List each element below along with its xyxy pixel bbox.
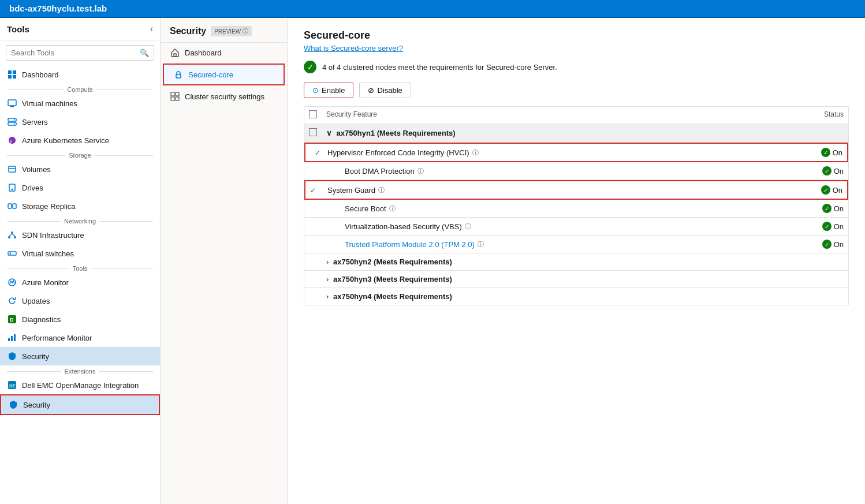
sidebar-item-drives[interactable]: Drives: [0, 178, 160, 197]
group-row-ax750hyn1[interactable]: ∨ ax750hyn1 (Meets Requirements): [304, 124, 848, 143]
svg-point-21: [14, 236, 16, 238]
system-guard-info-icon[interactable]: ⓘ: [378, 186, 385, 195]
sidebar-item-label-storage-replica: Storage Replica: [22, 202, 76, 211]
group-row-ax750hyn2[interactable]: › ax750hyn2 (Meets Requirements): [304, 253, 848, 271]
svg-text:D: D: [10, 317, 14, 323]
status-label-vbs: On: [834, 222, 844, 231]
boot-dma-info-icon[interactable]: ⓘ: [417, 167, 424, 176]
middle-nav-item-secured-core[interactable]: Secured-core: [163, 64, 285, 85]
tpm-info-icon[interactable]: ⓘ: [478, 240, 484, 249]
svg-point-15: [12, 189, 13, 191]
status-label-secure-boot: On: [834, 204, 844, 213]
storage-replica-icon: [7, 201, 17, 211]
svg-point-8: [14, 120, 15, 121]
feature-status-boot-dma: ✓ On: [774, 166, 844, 176]
sidebar-item-security[interactable]: Security: [0, 347, 160, 365]
status-text: 4 of 4 clustered nodes meet the requirem…: [322, 63, 557, 72]
sidebar-title: Tools: [7, 24, 29, 34]
table-header: Security Feature Status: [304, 107, 848, 124]
sidebar-item-azure-monitor[interactable]: Azure Monitor: [0, 273, 160, 292]
updates-icon: [7, 296, 17, 306]
group-label-ax750hyn1: ∨ ax750hyn1 (Meets Requirements): [326, 129, 774, 137]
preview-info-icon: ⓘ: [243, 27, 248, 35]
sidebar-item-storage-replica[interactable]: Storage Replica: [0, 197, 160, 215]
feature-name-boot-dma: Boot DMA Protection ⓘ: [345, 167, 774, 176]
sidebar-item-label-updates: Updates: [22, 297, 50, 305]
secured-core-link[interactable]: What is Secured-core server?: [304, 44, 403, 53]
header-checkbox[interactable]: [309, 110, 317, 118]
secure-boot-info-icon[interactable]: ⓘ: [389, 204, 396, 213]
svg-rect-4: [8, 100, 16, 106]
group-chevron-ax750hyn1: ∨: [326, 129, 332, 137]
svg-rect-37: [176, 92, 179, 96]
svg-point-20: [8, 236, 10, 238]
status-dot-boot-dma: ✓: [822, 166, 832, 176]
group-row-ax750hyn4[interactable]: › ax750hyn4 (Meets Requirements): [304, 288, 848, 305]
sidebar-item-performance-monitor[interactable]: Performance Monitor: [0, 328, 160, 347]
feature-name-secure-boot: Secure Boot ⓘ: [345, 204, 774, 213]
status-label-boot-dma: On: [834, 167, 844, 176]
sidebar-header: Tools ‹: [0, 18, 160, 40]
dell-emc-icon: DE: [7, 380, 17, 390]
svg-point-9: [14, 124, 15, 125]
sidebar-item-dell-emc[interactable]: DE Dell EMC OpenManage Integration: [0, 376, 160, 394]
sidebar-item-dashboard[interactable]: Dashboard: [0, 65, 160, 84]
sidebar-item-virtual-switches[interactable]: Virtual switches: [0, 244, 160, 263]
virtual-switches-icon: [7, 248, 17, 259]
disable-button[interactable]: ⊘ Disable: [359, 83, 411, 98]
sidebar-item-label-volumes: Volumes: [22, 165, 51, 174]
enable-button[interactable]: ⊙ Enable: [304, 83, 353, 98]
preview-badge: PREVIEW ⓘ: [211, 26, 252, 36]
feature-row-secure-boot: Secure Boot ⓘ ✓ On: [304, 200, 848, 218]
sidebar-item-label-virtual-switches: Virtual switches: [22, 249, 74, 258]
sidebar-item-diagnostics[interactable]: D Diagnostics: [0, 310, 160, 328]
feature-row-vbs: Virtualization-based Security (VBS) ⓘ ✓ …: [304, 218, 848, 236]
svg-line-22: [9, 234, 12, 236]
security2-icon: [8, 400, 18, 410]
svg-text:DE: DE: [9, 383, 16, 389]
feature-status-hvci: ✓ On: [773, 148, 842, 157]
status-label-hvci: On: [833, 148, 842, 157]
status-label-system-guard: On: [833, 186, 842, 195]
sidebar-item-label-virtual-machines: Virtual machines: [22, 99, 77, 108]
sidebar-collapse-button[interactable]: ‹: [150, 24, 153, 34]
sidebar-item-label-security: Security: [22, 352, 49, 361]
group-label-ax750hyn3: › ax750hyn3 (Meets Requirements): [326, 275, 774, 283]
sidebar-item-azure-kubernetes[interactable]: k Azure Kubernetes Service: [0, 131, 160, 150]
status-dot-tpm: ✓: [822, 240, 832, 249]
sidebar-item-sdn[interactable]: SDN Infrastructure: [0, 226, 160, 244]
search-box: 🔍: [6, 45, 154, 61]
azure-kubernetes-icon: k: [7, 135, 17, 145]
sidebar-item-updates[interactable]: Updates: [0, 292, 160, 310]
sidebar-item-label-sdn: SDN Infrastructure: [22, 231, 84, 240]
middle-nav-item-cluster-security[interactable]: Cluster security settings: [161, 87, 287, 106]
search-input[interactable]: [6, 46, 135, 60]
feature-row-tpm: Trusted Platform Module 2.0 (TPM 2.0) ⓘ …: [304, 236, 848, 253]
group-chevron-ax750hyn4: ›: [326, 292, 329, 301]
svg-rect-31: [14, 334, 16, 341]
section-label-tools: Tools: [0, 263, 160, 273]
section-label-compute: Compute: [0, 84, 160, 94]
svg-rect-5: [10, 106, 14, 107]
sidebar-item-label-security2: Security: [23, 401, 50, 409]
servers-icon: [7, 117, 17, 127]
svg-rect-39: [176, 97, 179, 100]
svg-rect-0: [8, 70, 12, 74]
group-chevron-ax750hyn2: ›: [326, 257, 329, 266]
group-checkbox-ax750hyn1[interactable]: [309, 128, 317, 136]
hvci-info-icon[interactable]: ⓘ: [472, 148, 479, 157]
sidebar-item-volumes[interactable]: Volumes: [0, 160, 160, 178]
security-icon: [7, 351, 17, 361]
sdn-icon: [7, 230, 17, 240]
disable-label: Disable: [377, 86, 402, 95]
group-chevron-ax750hyn3: ›: [326, 275, 329, 283]
top-bar: bdc-ax750hyclu.test.lab: [0, 0, 865, 18]
group-row-ax750hyn3[interactable]: › ax750hyn3 (Meets Requirements): [304, 271, 848, 288]
vbs-info-icon[interactable]: ⓘ: [465, 222, 471, 231]
sidebar-item-virtual-machines[interactable]: Virtual machines: [0, 94, 160, 113]
sidebar-item-servers[interactable]: Servers: [0, 113, 160, 131]
middle-nav-item-dashboard[interactable]: Dashboard: [161, 43, 287, 62]
sidebar-item-security2[interactable]: Security: [0, 394, 160, 415]
search-icon[interactable]: 🔍: [135, 46, 154, 60]
virtual-machines-icon: [7, 98, 17, 109]
